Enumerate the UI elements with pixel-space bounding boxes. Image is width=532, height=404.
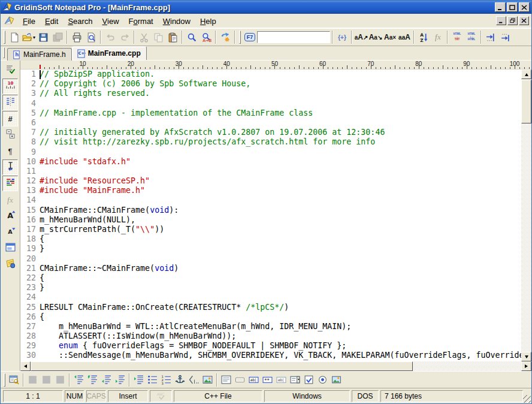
textarea-control-button[interactable] [219,373,233,387]
code-text: m_strCurrentPath(_T("\\")) [36,225,164,234]
italic-button[interactable] [40,373,53,387]
scroll-right-button[interactable] [521,361,531,371]
dropdown-control-button[interactable] [288,373,302,387]
menu-help[interactable]: Help [195,15,221,28]
find-button[interactable] [185,30,199,44]
horizontal-scroll-track[interactable] [413,361,521,371]
mdi-minimize-button[interactable] [496,16,506,25]
vertical-scroll-track[interactable] [521,123,531,352]
sentence-case-button[interactable]: Aa× [383,30,397,44]
horizontal-scrollbar[interactable] [20,361,531,371]
caret-line-button[interactable] [2,159,18,175]
menu-edit[interactable]: Edit [40,15,63,28]
indent-guides-button[interactable] [2,95,18,110]
text-field-alt-button[interactable]: ab| [274,373,288,387]
sort-az-button[interactable]: AZ [416,30,431,44]
paragraph-style-2-icon [87,375,98,385]
maximize-button[interactable] [507,2,518,12]
print-button[interactable] [69,30,84,44]
bookmark-notes-button[interactable] [2,257,18,272]
toolbar-grip[interactable] [4,31,5,44]
bullet-list-button[interactable] [146,373,159,387]
html-to-text-button[interactable]: HTML↓TXT [450,30,464,44]
scroll-down-button[interactable] [521,352,531,361]
paragraph-style-3-button[interactable] [99,373,113,387]
menu-search[interactable]: Search [63,15,97,28]
code-text: // initially generated by AfxScratch v1.… [36,128,385,137]
tab-mainframe-cpp[interactable]: C++MainFrame.cpp [72,46,147,60]
font-decrease-button[interactable]: A [2,224,18,240]
save-button[interactable] [36,30,50,44]
tab-bar-grip[interactable] [3,47,5,58]
indent-marker-icon [486,32,496,43]
paste-button[interactable] [165,30,180,44]
menu-window[interactable]: Window [158,15,195,28]
radio-control-button[interactable] [316,373,330,387]
bold-button[interactable] [26,373,40,387]
code-folding-button[interactable] [2,127,18,143]
image-button-button[interactable] [330,373,343,387]
image-button[interactable] [201,373,214,387]
replace-button[interactable]: A→B [199,30,213,44]
open-folder-button[interactable]: ▾ [22,30,36,44]
code-line: 18{ [20,234,521,244]
uppercase-button[interactable]: aA↗ [354,30,368,44]
wrap-marker-button[interactable] [498,30,512,44]
vertical-scroll-thumb[interactable] [521,80,531,123]
ruler-toggle-button[interactable]: 10 [2,79,18,94]
line-numbers-button[interactable]: # [2,111,18,126]
menu-file[interactable]: File [18,15,40,28]
scroll-up-button[interactable] [521,70,531,79]
toolbar-separator [100,31,101,44]
button-control-button[interactable] [233,373,247,387]
code-line: 17m_strCurrentPath(_T("\\")) [20,225,521,234]
mdi-restore-button[interactable] [507,16,518,25]
tools-button[interactable] [218,30,232,44]
underline-button[interactable] [53,373,67,387]
font-increase-button[interactable]: A [2,208,18,224]
checkbox-control-button[interactable] [302,373,316,387]
paragraph-style-2-button[interactable] [86,373,99,387]
replace-icon: A→B [201,32,211,43]
toolbar-grip[interactable] [239,31,241,44]
paragraph-style-1-button[interactable] [72,373,86,387]
menu-view[interactable]: View [98,15,124,28]
lowercase-button[interactable]: Aa↘ [368,30,383,44]
horizontal-scroll-thumb[interactable] [31,361,413,371]
indent-paragraph-button[interactable] [132,373,146,387]
brace-select-button[interactable]: {+} [335,30,349,44]
mdi-close-button[interactable] [519,16,529,25]
code-editor[interactable]: 1// SpbZipSP application.2// Copyright (… [20,70,521,361]
indent-marker-button[interactable] [483,30,498,44]
menu-format[interactable]: Format [124,15,158,28]
invert-case-button[interactable]: aaA [397,30,412,44]
close-button[interactable] [519,2,530,12]
browser-preview-button[interactable] [7,373,21,387]
function-icon: fx [433,32,443,43]
minimize-button[interactable] [495,2,506,12]
line-number: 21 [20,264,36,273]
window-panel-button[interactable] [2,240,18,256]
dropdown-caret-icon[interactable]: ▾ [33,35,35,40]
new-document-button[interactable] [7,30,22,44]
print-preview-button[interactable] [84,30,98,44]
text-field-button[interactable]: ab| [247,373,261,387]
autocomplete-button[interactable] [2,62,18,78]
f7-key-button[interactable]: F7 [243,30,257,44]
paragraph-style-4-button[interactable] [113,373,127,387]
tab-mainframe-h[interactable]: hMainFrame.h [7,48,72,61]
resize-grip[interactable] [523,395,531,403]
quick-search-input[interactable] [257,31,330,43]
vertical-scrollbar[interactable] [521,70,531,361]
password-field-button[interactable]: ** [261,373,274,387]
paragraph-marks-button[interactable]: ¶ [2,143,18,159]
scroll-left-button[interactable] [20,361,31,371]
toolbar-grip[interactable] [4,373,5,387]
syntax-colors-button[interactable] [2,176,18,191]
numbered-list-button[interactable]: 123 [159,373,173,387]
ruler-tick [169,67,170,69]
anchor-button[interactable] [173,373,187,387]
tag-button[interactable] [187,373,201,387]
spellcheck-icon: ABC [156,391,166,401]
html-format-button[interactable]: HTML↑↓HTML [464,30,479,44]
